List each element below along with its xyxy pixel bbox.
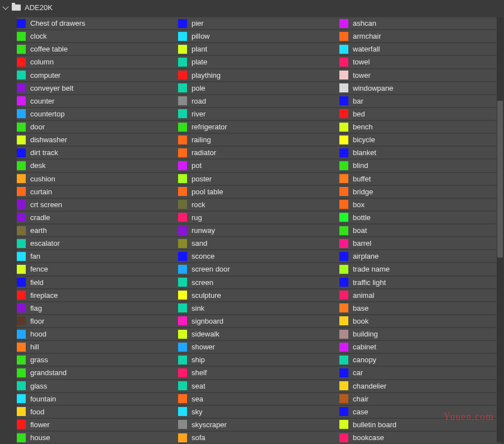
class-row[interactable]: poster — [178, 172, 339, 185]
class-row[interactable]: column — [17, 55, 178, 68]
class-row[interactable]: Chest of drawers — [17, 17, 178, 30]
class-row[interactable]: armchair — [339, 30, 501, 43]
class-row[interactable]: sea — [178, 392, 339, 405]
class-row[interactable]: canopy — [339, 353, 501, 366]
class-row[interactable]: grandstand — [17, 366, 178, 379]
class-row[interactable]: field — [17, 276, 178, 289]
class-row[interactable]: crt screen — [17, 198, 178, 211]
class-row[interactable]: cradle — [17, 211, 178, 224]
class-row[interactable]: blanket — [339, 146, 501, 159]
class-row[interactable]: traffic light — [339, 276, 501, 289]
class-row[interactable]: plant — [178, 43, 339, 55]
class-row[interactable]: blind — [339, 159, 501, 172]
class-row[interactable]: sand — [178, 237, 339, 250]
class-row[interactable]: dishwasher — [17, 133, 178, 146]
class-row[interactable]: food — [17, 405, 178, 418]
class-row[interactable]: sky — [178, 405, 339, 418]
class-row[interactable]: bulletin board — [339, 418, 501, 431]
class-row[interactable]: screen — [178, 276, 339, 289]
class-row[interactable]: pool table — [178, 185, 339, 198]
class-row[interactable]: bottle — [339, 211, 501, 224]
class-row[interactable]: screen door — [178, 263, 339, 275]
class-row[interactable]: computer — [17, 69, 178, 82]
class-row[interactable]: base — [339, 302, 501, 315]
class-row[interactable]: river — [178, 108, 339, 120]
class-row[interactable]: pole — [178, 82, 339, 95]
class-row[interactable]: shelf — [178, 366, 339, 379]
class-row[interactable]: flower — [17, 418, 178, 431]
class-row[interactable]: curtain — [17, 185, 178, 198]
class-row[interactable]: bed — [339, 108, 501, 120]
class-row[interactable]: airplane — [339, 250, 501, 263]
class-row[interactable]: book — [339, 315, 501, 328]
class-row[interactable]: bridge — [339, 185, 501, 198]
class-row[interactable]: refrigerator — [178, 120, 339, 133]
class-row[interactable]: fountain — [17, 392, 178, 405]
class-row[interactable]: hill — [17, 340, 178, 353]
class-row[interactable]: grass — [17, 353, 178, 366]
class-row[interactable]: buffet — [339, 172, 501, 185]
scrollbar-thumb[interactable] — [497, 101, 503, 258]
class-row[interactable]: trade name — [339, 263, 501, 275]
class-row[interactable]: coffee table — [17, 43, 178, 55]
class-row[interactable]: shower — [178, 340, 339, 353]
class-row[interactable]: bench — [339, 120, 501, 133]
class-row[interactable]: sidewalk — [178, 328, 339, 340]
class-row[interactable]: chair — [339, 392, 501, 405]
class-row[interactable]: fan — [17, 250, 178, 263]
class-row[interactable]: boat — [339, 224, 501, 237]
class-row[interactable]: house — [17, 431, 178, 444]
class-row[interactable]: box — [339, 198, 501, 211]
class-row[interactable]: pot — [178, 159, 339, 172]
class-row[interactable]: hood — [17, 328, 178, 340]
class-row[interactable]: sink — [178, 302, 339, 315]
class-row[interactable]: pillow — [178, 30, 339, 43]
class-row[interactable]: bicycle — [339, 133, 501, 146]
class-row[interactable]: windowpane — [339, 82, 501, 95]
class-row[interactable]: bar — [339, 95, 501, 108]
class-row[interactable]: rug — [178, 211, 339, 224]
class-row[interactable]: road — [178, 95, 339, 108]
class-row[interactable]: flag — [17, 302, 178, 315]
class-row[interactable]: glass — [17, 380, 178, 392]
class-row[interactable]: animal — [339, 289, 501, 302]
class-row[interactable]: cabinet — [339, 340, 501, 353]
class-row[interactable]: runway — [178, 224, 339, 237]
class-row[interactable]: radiator — [178, 146, 339, 159]
class-row[interactable]: pier — [178, 17, 339, 30]
class-row[interactable]: ashcan — [339, 17, 501, 30]
class-row[interactable]: bookcase — [339, 431, 501, 444]
class-row[interactable]: desk — [17, 159, 178, 172]
class-row[interactable]: seat — [178, 380, 339, 392]
class-row[interactable]: countertop — [17, 108, 178, 120]
class-row[interactable]: fireplace — [17, 289, 178, 302]
class-row[interactable]: plate — [178, 55, 339, 68]
class-row[interactable]: building — [339, 328, 501, 340]
class-row[interactable]: barrel — [339, 237, 501, 250]
class-row[interactable]: door — [17, 120, 178, 133]
class-row[interactable]: fence — [17, 263, 178, 275]
class-row[interactable]: conveyer belt — [17, 82, 178, 95]
class-row[interactable]: railing — [178, 133, 339, 146]
class-row[interactable]: case — [339, 405, 501, 418]
class-row[interactable]: floor — [17, 315, 178, 328]
class-row[interactable]: signboard — [178, 315, 339, 328]
class-row[interactable]: counter — [17, 95, 178, 108]
tree-folder-header[interactable]: ADE20K — [0, 0, 504, 15]
class-row[interactable]: cushion — [17, 172, 178, 185]
class-row[interactable]: clock — [17, 30, 178, 43]
class-row[interactable]: dirt track — [17, 146, 178, 159]
class-row[interactable]: plaything — [178, 69, 339, 82]
class-row[interactable]: waterfall — [339, 43, 501, 55]
class-row[interactable]: ship — [178, 353, 339, 366]
class-row[interactable]: escalator — [17, 237, 178, 250]
class-row[interactable]: car — [339, 366, 501, 379]
class-row[interactable]: rock — [178, 198, 339, 211]
class-row[interactable]: tower — [339, 69, 501, 82]
class-row[interactable]: chandelier — [339, 380, 501, 392]
class-row[interactable]: sculpture — [178, 289, 339, 302]
class-row[interactable]: sofa — [178, 431, 339, 444]
class-row[interactable]: towel — [339, 55, 501, 68]
class-row[interactable]: earth — [17, 224, 178, 237]
vertical-scrollbar[interactable] — [497, 17, 503, 442]
